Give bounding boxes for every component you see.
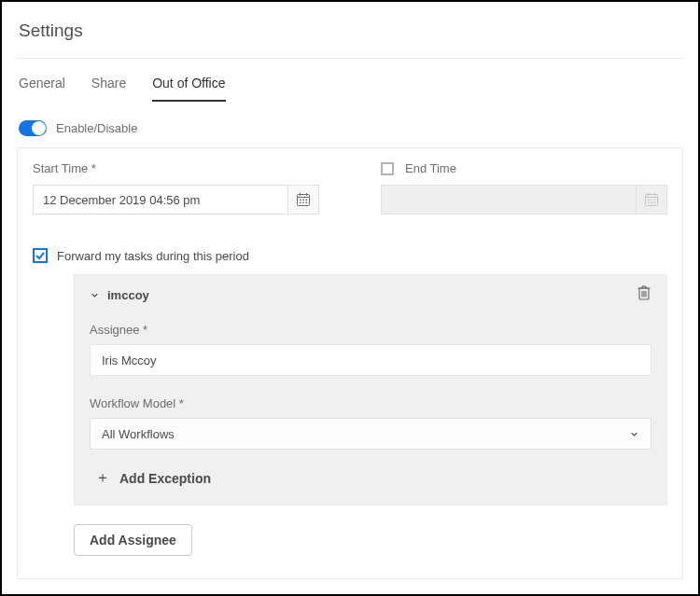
- times-row: Start Time *: [33, 161, 667, 215]
- trash-icon[interactable]: [637, 284, 651, 301]
- end-time-input: [381, 185, 636, 215]
- svg-rect-16: [654, 200, 656, 201]
- add-assignee-button[interactable]: Add Assignee: [74, 524, 192, 556]
- svg-rect-4: [300, 200, 301, 201]
- chevron-down-icon: [629, 429, 639, 439]
- end-time-checkbox[interactable]: [381, 162, 394, 175]
- svg-rect-17: [648, 202, 650, 204]
- end-time-field: [381, 185, 667, 215]
- add-assignee-label: Add Assignee: [90, 533, 176, 547]
- tabs: General Share Out of Office: [17, 59, 683, 102]
- start-time-block: Start Time *: [33, 161, 319, 215]
- forward-checkbox[interactable]: [33, 248, 48, 263]
- assignee-value: Iris Mccoy: [102, 353, 157, 367]
- svg-rect-9: [306, 202, 308, 204]
- start-time-input[interactable]: [33, 185, 287, 215]
- calendar-icon: [644, 192, 659, 207]
- start-time-label: Start Time *: [33, 161, 96, 175]
- assignee-input[interactable]: Iris Mccoy: [90, 344, 651, 376]
- page-title: Settings: [17, 17, 683, 59]
- calendar-icon: [296, 192, 311, 207]
- forward-label: Forward my tasks during this period: [57, 249, 249, 263]
- toggle-thumb: [32, 121, 46, 135]
- svg-rect-14: [648, 200, 650, 201]
- workflow-select[interactable]: All Workflows: [90, 418, 651, 450]
- out-of-office-card: Start Time *: [17, 147, 683, 579]
- assignee-panel-header[interactable]: imccoy: [90, 288, 651, 302]
- start-time-field: [33, 185, 319, 215]
- assignee-label: Assignee *: [90, 323, 651, 337]
- enable-toggle-row: Enable/Disable: [17, 102, 683, 147]
- plus-icon: ＋: [95, 468, 110, 488]
- tab-out-of-office[interactable]: Out of Office: [152, 76, 225, 102]
- add-exception-button[interactable]: ＋ Add Exception: [90, 468, 651, 488]
- svg-rect-15: [651, 200, 652, 201]
- forward-row: Forward my tasks during this period: [33, 248, 667, 263]
- end-time-block: End Time: [381, 161, 667, 215]
- svg-rect-8: [302, 202, 304, 204]
- tab-share[interactable]: Share: [91, 76, 126, 102]
- toggle-label: Enable/Disable: [56, 121, 137, 135]
- start-time-calendar-button[interactable]: [287, 185, 319, 215]
- add-exception-label: Add Exception: [119, 471, 211, 486]
- svg-rect-5: [302, 200, 304, 201]
- end-time-calendar-button: [636, 185, 667, 215]
- tab-general[interactable]: General: [19, 76, 65, 102]
- workflow-label: Workflow Model *: [90, 396, 651, 410]
- svg-rect-6: [306, 200, 308, 201]
- end-time-label: End Time: [405, 161, 456, 175]
- workflow-value: All Workflows: [102, 427, 175, 441]
- checkmark-icon: [35, 250, 46, 261]
- assignee-panel-name: imccoy: [107, 288, 149, 302]
- svg-rect-19: [654, 202, 656, 204]
- svg-rect-7: [300, 202, 301, 204]
- enable-toggle[interactable]: [19, 120, 47, 136]
- svg-rect-18: [651, 202, 652, 204]
- assignee-panel: imccoy Assignee * Iris Mccoy Workflow Mo…: [74, 274, 667, 506]
- chevron-down-icon: [90, 290, 100, 300]
